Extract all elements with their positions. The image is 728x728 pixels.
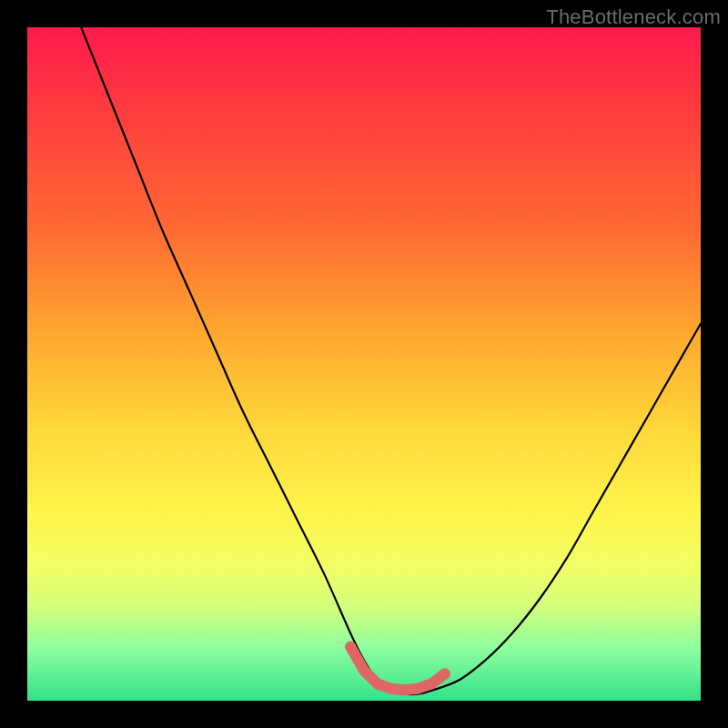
optimal-range-marker bbox=[426, 679, 437, 690]
optimal-range-markers bbox=[345, 642, 450, 695]
attribution-label: TheBottleneck.com bbox=[546, 5, 721, 29]
bottleneck-curve-path bbox=[81, 27, 701, 694]
optimal-range-marker bbox=[359, 665, 369, 676]
chart-frame: TheBottleneck.com bbox=[0, 0, 728, 728]
optimal-range-marker bbox=[412, 683, 423, 694]
optimal-range-marker bbox=[386, 683, 397, 694]
optimal-range-marker bbox=[372, 679, 383, 690]
optimal-range-marker bbox=[345, 642, 356, 652]
chart-svg bbox=[27, 27, 701, 701]
optimal-range-marker bbox=[399, 684, 410, 695]
optimal-range-marker bbox=[440, 668, 450, 679]
